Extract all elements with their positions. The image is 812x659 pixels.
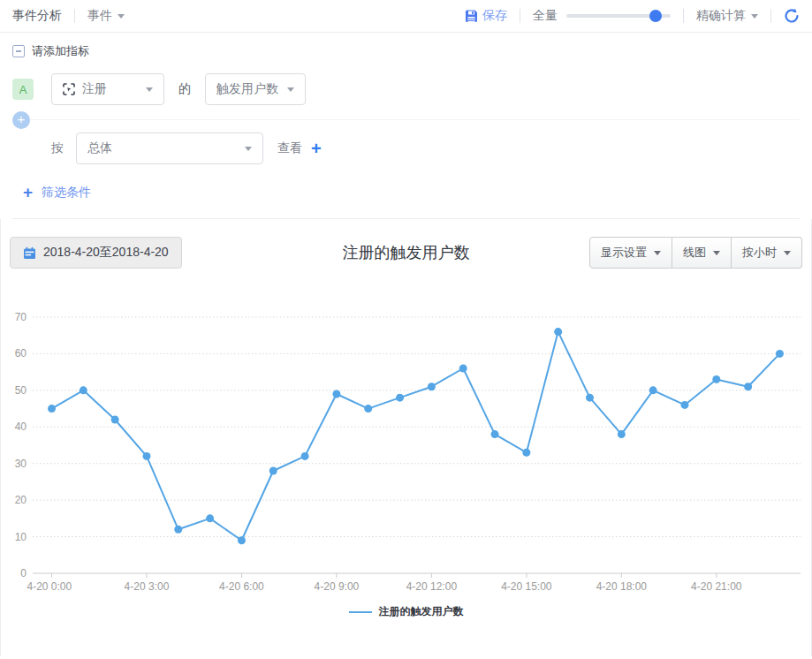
measure-select-value: 触发用户数 (216, 81, 278, 97)
add-filter-plus-icon[interactable]: + (23, 184, 33, 201)
y-axis-tick-label: 50 (15, 384, 27, 397)
data-point[interactable] (48, 405, 56, 413)
legend-line-swatch (349, 611, 372, 613)
group-by-dropdown[interactable]: 总体 (76, 133, 263, 164)
refresh-button[interactable] (784, 8, 800, 24)
data-point[interactable] (522, 449, 530, 457)
data-point[interactable] (332, 390, 340, 398)
line-chart: 0102030405060704-20 0:004-20 3:004-20 6:… (1, 290, 811, 599)
add-metric-button[interactable]: + (12, 111, 30, 129)
chart-settings-group: 显示设置 线图 按小时 (589, 237, 802, 269)
group-by-value: 总体 (87, 140, 112, 156)
x-axis-tick-label: 4-20 12:00 (406, 580, 458, 593)
data-point[interactable] (111, 416, 119, 424)
chevron-down-icon (751, 14, 758, 19)
event-select-dropdown[interactable]: 注册 (51, 73, 164, 105)
filter-row: + 筛选条件 (12, 164, 800, 219)
chevron-down-icon (287, 87, 294, 92)
chevron-down-icon (146, 87, 153, 92)
chart-header: 2018-4-20至2018-4-20 注册的触发用户数 显示设置 线图 按小时 (1, 219, 811, 290)
save-button[interactable]: 保存 (465, 8, 507, 24)
metric-badge: A (12, 79, 34, 100)
group-by-label: 按 (51, 140, 64, 156)
data-point[interactable] (586, 394, 594, 402)
data-point[interactable] (238, 536, 246, 544)
legend-label: 注册的触发用户数 (379, 604, 464, 619)
measure-select-dropdown[interactable]: 触发用户数 (205, 73, 306, 105)
query-builder-panel: 请添加指标 A 注册 的 触发用户数 + 按 总体 (0, 33, 812, 219)
x-axis-tick-label: 4-20 9:00 (315, 580, 360, 593)
y-axis-tick-label: 60 (15, 347, 27, 360)
y-axis-tick-label: 30 (15, 458, 27, 470)
data-point[interactable] (680, 401, 688, 409)
chart-legend[interactable]: 注册的触发用户数 (1, 604, 811, 619)
data-point[interactable] (301, 452, 309, 460)
connector-label: 的 (178, 81, 191, 97)
chart-panel: 2018-4-20至2018-4-20 注册的触发用户数 显示设置 线图 按小时… (0, 219, 812, 656)
data-point[interactable] (554, 328, 562, 336)
toolbar-divider (520, 9, 520, 23)
save-label: 保存 (482, 8, 507, 24)
data-point[interactable] (174, 526, 182, 534)
data-point[interactable] (776, 350, 784, 358)
series-line (52, 332, 780, 541)
chart-type-label: 线图 (683, 245, 706, 261)
calc-mode-dropdown[interactable]: 精确计算 (696, 8, 758, 24)
data-point[interactable] (459, 365, 467, 373)
chevron-down-icon (118, 14, 125, 19)
x-axis-tick-label: 4-20 15:00 (501, 580, 552, 593)
y-axis-tick-label: 70 (15, 311, 27, 323)
granularity-dropdown[interactable]: 按小时 (732, 237, 802, 269)
top-toolbar: 事件分析 事件 保存 全量 精确计算 (0, 0, 812, 33)
group-by-row: 按 总体 查看 + (51, 133, 800, 164)
display-settings-label: 显示设置 (601, 245, 647, 261)
metric-row: A 注册 的 触发用户数 (12, 73, 800, 105)
data-point[interactable] (269, 467, 277, 475)
event-menu-label: 事件 (87, 8, 112, 22)
breadcrumb: 事件分析 (12, 8, 62, 24)
chevron-down-icon (654, 251, 661, 255)
data-point[interactable] (491, 430, 499, 438)
data-point[interactable] (396, 394, 404, 402)
event-scan-icon (63, 83, 75, 95)
sample-rate-label: 全量 (533, 8, 558, 24)
display-settings-dropdown[interactable]: 显示设置 (589, 237, 672, 269)
view-label: 查看 (277, 140, 302, 156)
collapse-icon[interactable] (12, 45, 25, 57)
y-axis-tick-label: 40 (15, 420, 27, 433)
slider-thumb[interactable] (649, 10, 662, 22)
add-filter-link[interactable]: 筛选条件 (42, 185, 91, 201)
chart-type-dropdown[interactable]: 线图 (672, 237, 732, 269)
data-point[interactable] (142, 452, 150, 460)
calc-mode-label: 精确计算 (696, 8, 746, 22)
data-point[interactable] (428, 383, 436, 390)
refresh-icon (784, 8, 800, 24)
event-menu-dropdown[interactable]: 事件 (87, 8, 125, 24)
data-point[interactable] (744, 383, 752, 390)
chevron-down-icon (784, 251, 791, 255)
toolbar-divider (683, 9, 684, 23)
data-point[interactable] (712, 375, 720, 383)
x-axis-tick-label: 4-20 6:00 (219, 580, 264, 593)
data-point[interactable] (364, 405, 372, 413)
toolbar-divider (74, 9, 75, 23)
chevron-down-icon (713, 251, 720, 255)
y-axis-tick-label: 20 (15, 494, 27, 506)
sample-rate-slider[interactable] (566, 14, 671, 18)
x-axis-tick-label: 4-20 0:00 (27, 580, 72, 593)
x-axis-tick-label: 4-20 3:00 (125, 580, 170, 593)
y-axis-tick-label: 0 (20, 567, 27, 579)
metrics-header-label: 请添加指标 (32, 43, 89, 59)
event-select-value: 注册 (82, 81, 107, 97)
add-group-by-button[interactable]: + (311, 140, 322, 157)
x-axis-tick-label: 4-20 21:00 (691, 580, 742, 593)
data-point[interactable] (618, 430, 626, 438)
data-point[interactable] (649, 386, 657, 394)
data-point[interactable] (206, 514, 214, 522)
data-point[interactable] (80, 386, 87, 394)
granularity-label: 按小时 (742, 245, 777, 261)
x-axis-tick-label: 4-20 18:00 (596, 580, 648, 593)
toolbar-divider (770, 9, 771, 23)
save-icon (465, 10, 478, 23)
y-axis-tick-label: 10 (15, 531, 27, 543)
